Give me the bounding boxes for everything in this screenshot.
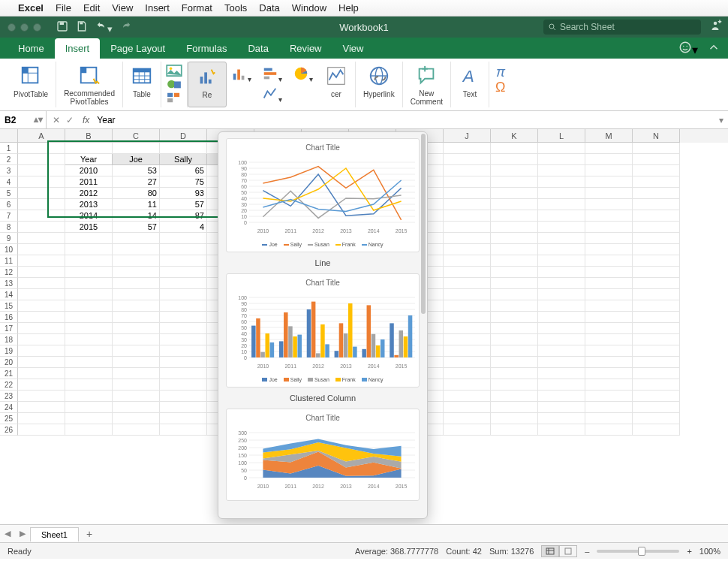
cell[interactable]: [491, 357, 538, 368]
zoom-in-button[interactable]: +: [687, 547, 691, 556]
cell[interactable]: [633, 391, 680, 402]
cell[interactable]: [585, 402, 633, 413]
cell[interactable]: [444, 323, 491, 334]
cell[interactable]: [160, 334, 207, 345]
view-page-layout-icon[interactable]: [559, 545, 577, 557]
cell[interactable]: [538, 391, 585, 402]
mac-menu-insert[interactable]: Insert: [145, 2, 170, 14]
qat-autosave-icon[interactable]: [56, 20, 68, 35]
cell[interactable]: [444, 210, 491, 222]
cell[interactable]: [444, 357, 491, 368]
ribbon-sparklines[interactable]: cer: [317, 62, 356, 107]
cell[interactable]: 2012: [65, 188, 113, 199]
cell[interactable]: [65, 323, 113, 334]
cell[interactable]: [633, 222, 680, 233]
cell[interactable]: [538, 289, 585, 300]
cell[interactable]: [160, 233, 207, 244]
cell[interactable]: [444, 312, 491, 323]
mac-menu-bar[interactable]: Excel File Edit View Insert Format Tools…: [0, 0, 728, 17]
cell[interactable]: 2011: [65, 176, 113, 188]
cell[interactable]: [18, 424, 65, 436]
cell[interactable]: 65: [160, 165, 207, 176]
cell[interactable]: 14: [113, 210, 160, 222]
cell[interactable]: [18, 379, 65, 391]
cell[interactable]: [160, 267, 207, 278]
cell[interactable]: [444, 267, 491, 278]
cell[interactable]: [444, 143, 491, 154]
qat-undo-icon[interactable]: ▾: [95, 20, 113, 35]
cell[interactable]: [113, 357, 160, 368]
cell[interactable]: [160, 300, 207, 312]
cell[interactable]: [160, 357, 207, 368]
cell[interactable]: Sally: [160, 154, 207, 165]
cell[interactable]: [444, 345, 491, 357]
cell[interactable]: [160, 323, 207, 334]
cell[interactable]: [65, 255, 113, 267]
reco-line-chart[interactable]: Chart Title 0102030405060708090100201020…: [226, 138, 420, 252]
cell[interactable]: [633, 165, 680, 176]
cell[interactable]: [18, 255, 65, 267]
cell[interactable]: [444, 165, 491, 176]
tab-view[interactable]: View: [332, 38, 375, 59]
cell[interactable]: [585, 289, 633, 300]
cell[interactable]: [444, 154, 491, 165]
ribbon-new-comment[interactable]: New Comment: [403, 62, 451, 107]
cell[interactable]: [160, 143, 207, 154]
cell[interactable]: [18, 402, 65, 413]
cell[interactable]: [538, 413, 585, 424]
cell[interactable]: 57: [113, 222, 160, 233]
mac-menu-file[interactable]: File: [56, 2, 71, 14]
cell[interactable]: [65, 391, 113, 402]
row-header-18[interactable]: 18: [0, 334, 18, 345]
ribbon-symbols[interactable]: π Ω: [489, 62, 516, 107]
bar-chart-icon[interactable]: ▾: [262, 65, 282, 83]
cell[interactable]: [65, 312, 113, 323]
cell[interactable]: 2015: [65, 222, 113, 233]
mac-menu-view[interactable]: View: [112, 2, 133, 14]
mac-menu-help[interactable]: Help: [338, 2, 359, 14]
cell[interactable]: [633, 289, 680, 300]
cell[interactable]: [65, 143, 113, 154]
cell[interactable]: [538, 312, 585, 323]
cell[interactable]: [585, 165, 633, 176]
cell[interactable]: [160, 391, 207, 402]
cell[interactable]: [491, 176, 538, 188]
cell[interactable]: [444, 289, 491, 300]
cell[interactable]: [633, 278, 680, 289]
cell[interactable]: [65, 233, 113, 244]
cell[interactable]: [585, 255, 633, 267]
ribbon-illustrations[interactable]: [161, 62, 188, 107]
cell[interactable]: [113, 368, 160, 379]
collapse-ribbon-icon[interactable]: [707, 41, 720, 57]
mac-app-name[interactable]: Excel: [18, 2, 44, 14]
cell[interactable]: [538, 402, 585, 413]
row-header-22[interactable]: 22: [0, 379, 18, 391]
cell[interactable]: [18, 413, 65, 424]
name-box[interactable]: B2▴▾: [0, 111, 47, 128]
row-header-7[interactable]: 7: [0, 210, 18, 222]
cell[interactable]: [585, 345, 633, 357]
col-header-K[interactable]: K: [491, 129, 538, 143]
col-header-D[interactable]: D: [160, 129, 207, 143]
select-all-corner[interactable]: [0, 129, 18, 143]
cell[interactable]: [491, 402, 538, 413]
cell[interactable]: [633, 402, 680, 413]
col-header-M[interactable]: M: [585, 129, 633, 143]
cell[interactable]: [113, 424, 160, 436]
cancel-formula-icon[interactable]: ✕: [53, 115, 60, 125]
cell[interactable]: [160, 289, 207, 300]
cell[interactable]: [585, 357, 633, 368]
cell[interactable]: [585, 222, 633, 233]
cell[interactable]: [65, 357, 113, 368]
cell[interactable]: [538, 424, 585, 436]
cell[interactable]: [585, 391, 633, 402]
cell[interactable]: [585, 233, 633, 244]
cell[interactable]: [65, 368, 113, 379]
spreadsheet-grid[interactable]: ABCDEFGHIJKLMN 1234567891011121314151617…: [0, 129, 728, 524]
cell[interactable]: [491, 391, 538, 402]
cell[interactable]: [444, 222, 491, 233]
cell[interactable]: Joe: [113, 154, 160, 165]
view-normal-icon[interactable]: [541, 545, 559, 557]
cell[interactable]: [633, 188, 680, 199]
cell[interactable]: [585, 143, 633, 154]
